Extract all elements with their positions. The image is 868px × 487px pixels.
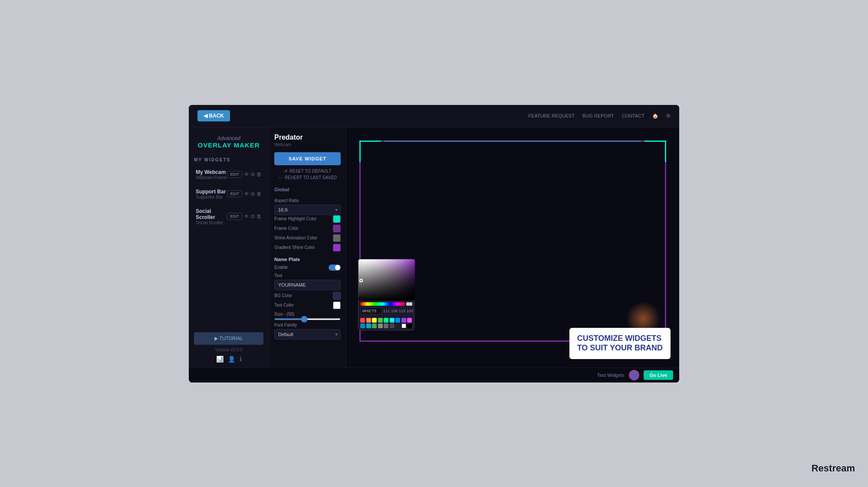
widget-title: Predator xyxy=(274,134,341,141)
swatch-violet[interactable] xyxy=(401,318,406,323)
enable-toggle[interactable] xyxy=(329,265,341,271)
delete-icon-support[interactable]: 🗑 xyxy=(256,191,262,197)
customize-text: CUSTOMIZE WIDGETS TO SUIT YOUR BRAND xyxy=(577,334,663,353)
tutorial-button[interactable]: ▶ TUTORIAL xyxy=(194,332,263,345)
shine-anim-label: Shine Animation Color xyxy=(274,235,317,240)
name-text-input[interactable] xyxy=(274,280,341,290)
opacity-swatch[interactable] xyxy=(406,302,412,306)
size-slider[interactable] xyxy=(274,318,341,320)
customize-banner: CUSTOMIZE WIDGETS TO SUIT YOUR BRAND xyxy=(569,328,671,359)
widget-name-support[interactable]: Support Bar xyxy=(196,189,227,195)
back-button[interactable]: ◀ BACK xyxy=(197,110,230,121)
swatch-green[interactable] xyxy=(378,318,383,323)
revert-icon: ← xyxy=(278,175,283,180)
shine-anim-swatch[interactable] xyxy=(333,234,341,242)
widget-name-social[interactable]: Social Scroller xyxy=(196,208,227,220)
enable-row: Enable xyxy=(274,265,341,271)
hue-bar[interactable] xyxy=(360,302,405,306)
swatch-blue[interactable] xyxy=(395,318,400,323)
reset-to-default-button[interactable]: ↺ RESET TO DEFAULT xyxy=(274,169,341,173)
swatch-ocean[interactable] xyxy=(360,324,365,328)
save-widget-button[interactable]: SAVE WIDGET xyxy=(274,152,341,165)
swatch-teal[interactable] xyxy=(366,324,371,328)
frame-highlight-swatch[interactable] xyxy=(333,215,341,223)
copy-icon-social[interactable]: ⧉ xyxy=(251,213,255,219)
swatch-orange[interactable] xyxy=(366,318,371,323)
swatch-magenta[interactable] xyxy=(407,318,412,323)
g-value: 108 xyxy=(391,309,398,313)
eye-icon-support[interactable]: 👁 xyxy=(244,191,249,197)
frame-highlight-row: Frame Highlight Color xyxy=(274,215,341,223)
a-value: 100 xyxy=(407,309,413,313)
swatch-red[interactable] xyxy=(360,318,365,323)
widget-item-info-social: Social Scroller Social Scroller xyxy=(196,208,227,225)
swatch-mint[interactable] xyxy=(384,318,388,323)
swatch-black[interactable] xyxy=(407,324,412,328)
config-panel: Predator Webcam SAVE WIDGET ↺ RESET TO D… xyxy=(269,127,346,368)
logo-main: OVERLAY MAKER xyxy=(194,141,263,149)
enable-label: Enable xyxy=(274,265,288,270)
revert-to-saved-button[interactable]: ← REVERT TO LAST SAVED xyxy=(274,175,341,180)
go-live-button[interactable]: Go Live xyxy=(644,370,673,380)
avatar[interactable]: 👤 xyxy=(629,370,639,380)
edit-btn-support[interactable]: EDIT xyxy=(227,190,242,197)
frame-color-swatch[interactable] xyxy=(333,225,341,232)
swatch-gray[interactable] xyxy=(378,324,383,328)
sidebar-section-title: MY WIDGETS xyxy=(194,157,263,162)
bg-color-label: BG Color xyxy=(274,293,292,298)
restream-watermark: Restream xyxy=(812,463,855,474)
eye-icon-social[interactable]: 👁 xyxy=(244,213,249,219)
settings-icon[interactable]: ⚙ xyxy=(666,113,671,119)
widget-item-support: Support Bar Supporter Bar EDIT 👁 ⧉ 🗑 xyxy=(194,186,263,202)
aspect-ratio-select[interactable]: 16:9 4:3 1:1 xyxy=(274,205,341,215)
swatch-darkgray[interactable] xyxy=(384,324,388,328)
hue-slider-wrap xyxy=(360,302,405,306)
widget-actions-social: EDIT 👁 ⧉ 🗑 xyxy=(227,213,262,220)
top-nav: FEATURE REQUEST BUG REPORT CONTACT 🏠 ⚙ xyxy=(528,113,671,119)
eye-icon-webcam[interactable]: 👁 xyxy=(244,171,249,177)
swatch-cyan[interactable] xyxy=(390,318,395,323)
swatch-white[interactable] xyxy=(401,324,406,328)
aspect-ratio-wrapper: 16:9 4:3 1:1 xyxy=(274,205,341,215)
widget-actions-support: EDIT 👁 ⧉ 🗑 xyxy=(227,190,262,197)
frame-corner-tr xyxy=(644,141,666,162)
color-picker-dot[interactable] xyxy=(359,279,363,282)
edit-btn-webcam[interactable]: EDIT xyxy=(227,171,242,178)
bottom-icons: 📊 👤 ℹ xyxy=(194,356,263,363)
swatch-olive[interactable] xyxy=(372,324,377,328)
font-family-select[interactable]: Default xyxy=(274,329,341,340)
swatch-nearblack[interactable] xyxy=(395,324,400,328)
customize-line2: TO SUIT YOUR BRAND xyxy=(577,343,663,353)
bg-color-swatch[interactable] xyxy=(333,292,341,300)
delete-icon-social[interactable]: 🗑 xyxy=(256,213,262,219)
person-icon[interactable]: 👤 xyxy=(228,356,235,363)
test-widgets-label: Test Widgets xyxy=(597,373,625,378)
feature-request-link[interactable]: FEATURE REQUEST xyxy=(528,113,575,118)
home-icon[interactable]: 🏠 xyxy=(652,113,658,119)
bar-chart-icon[interactable]: 📊 xyxy=(216,356,224,363)
hex-input[interactable]: 6F6C73 xyxy=(360,307,382,314)
info-icon[interactable]: ℹ xyxy=(240,356,242,363)
swatch-charcoal[interactable] xyxy=(390,324,395,328)
text-color-swatch[interactable] xyxy=(333,301,341,309)
font-family-wrapper: Default xyxy=(274,329,341,340)
text-field-label: Text xyxy=(274,273,341,278)
frame-accent-top xyxy=(385,141,641,142)
swatch-yellow[interactable] xyxy=(372,318,377,323)
frame-corner-tl xyxy=(359,141,381,162)
edit-btn-social[interactable]: EDIT xyxy=(227,213,242,220)
copy-icon-support[interactable]: ⧉ xyxy=(251,191,255,197)
name-plate-header: Name Plate xyxy=(274,257,341,262)
reset-icon: ↺ xyxy=(284,169,287,173)
gradient-shine-label: Gradient Shine Color xyxy=(274,245,315,250)
copy-icon-webcam[interactable]: ⧉ xyxy=(251,171,255,177)
delete-icon-webcam[interactable]: 🗑 xyxy=(256,171,262,177)
widget-name-webcam[interactable]: My Webcam xyxy=(196,169,227,175)
contact-link[interactable]: CONTACT xyxy=(622,113,644,118)
logo-advanced: Advanced xyxy=(194,135,263,141)
gradient-shine-swatch[interactable] xyxy=(333,244,341,252)
logo-area: Advanced OVERLAY MAKER xyxy=(194,135,263,149)
bug-report-link[interactable]: BUG REPORT xyxy=(582,113,614,118)
color-gradient-area[interactable] xyxy=(358,259,415,301)
toggle-knob xyxy=(335,265,340,270)
